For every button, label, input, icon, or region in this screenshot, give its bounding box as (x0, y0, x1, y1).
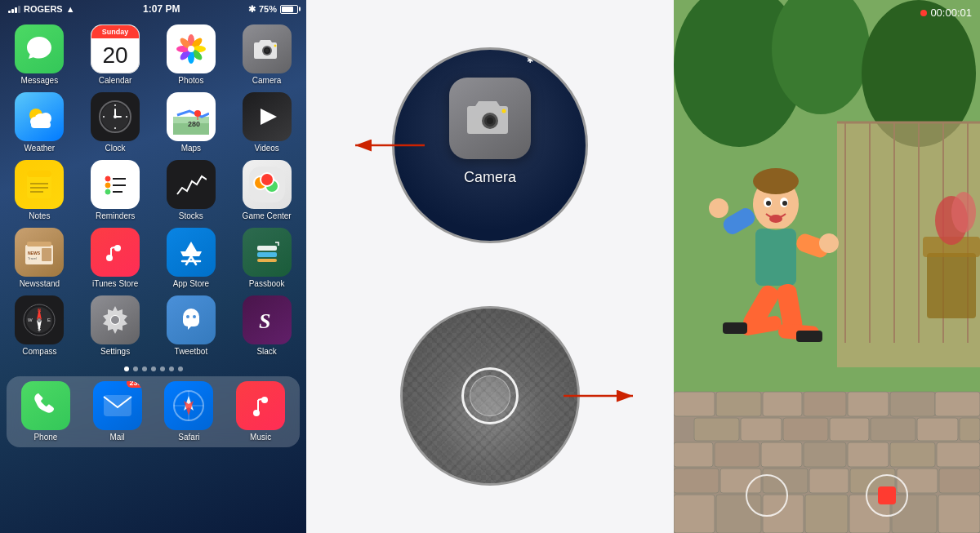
phone-icon[interactable] (21, 381, 70, 430)
gamecenter-icon[interactable] (243, 160, 292, 209)
safari-icon[interactable] (164, 381, 213, 430)
svg-rect-125 (741, 418, 782, 441)
notes-icon[interactable] (15, 160, 64, 209)
svg-marker-80 (188, 325, 193, 330)
reminders-icon[interactable] (91, 160, 140, 209)
newsstand-icon[interactable]: NEWS Travel (15, 228, 64, 277)
svg-point-27 (114, 115, 117, 118)
settings-icon[interactable] (91, 295, 140, 344)
calendar-icon[interactable]: Sunday 20 (91, 24, 140, 73)
svg-text:E: E (47, 318, 51, 322)
svg-text:NEWS: NEWS (28, 251, 41, 255)
svg-text:S: S (259, 309, 270, 333)
zoom-camera-label: Camera (464, 169, 516, 186)
svg-rect-137 (937, 442, 980, 467)
passbook-icon[interactable] (243, 228, 292, 277)
notes-label: Notes (29, 211, 50, 221)
svg-point-12 (265, 49, 269, 53)
app-messages[interactable]: Messages (5, 24, 74, 86)
clock-icon[interactable] (91, 92, 140, 141)
carrier-label: ROGERS (24, 4, 63, 14)
app-gamecenter[interactable]: Game Center (232, 160, 301, 221)
svg-rect-130 (960, 418, 980, 441)
status-bar: ROGERS ▲ 1:07 PM ✱ 75% (0, 0, 306, 18)
slack-icon[interactable]: S (243, 295, 292, 344)
shutter-button[interactable] (461, 367, 519, 424)
svg-text:N: N (38, 308, 41, 313)
dock-mail[interactable]: 233 Mail (83, 381, 152, 442)
mail-label: Mail (109, 433, 124, 442)
videos-icon[interactable] (243, 92, 292, 141)
camera-app-label: Camera (252, 76, 282, 86)
app-calendar[interactable]: Sunday 20 Calendar (81, 24, 150, 86)
app-videos[interactable]: Videos (232, 92, 301, 153)
appstore-icon[interactable] (167, 228, 216, 277)
camera-controls (674, 474, 980, 517)
record-button[interactable] (866, 474, 908, 517)
itunes-icon[interactable] (91, 228, 140, 277)
page-dots (0, 366, 306, 371)
svg-rect-123 (935, 392, 980, 416)
tweetbot-icon[interactable] (167, 295, 216, 344)
tweetbot-label: Tweetbot (175, 347, 208, 357)
compass-icon[interactable]: N S W E (15, 295, 64, 344)
app-notes[interactable]: Notes (5, 160, 74, 221)
camera-view: 00:00:01 (674, 0, 980, 533)
maps-icon[interactable]: 280 (167, 92, 216, 141)
scene-svg (674, 0, 980, 533)
app-compass[interactable]: N S W E Compass (5, 295, 74, 357)
iphone-screen: ROGERS ▲ 1:07 PM ✱ 75% Messages Sunday 2 (0, 0, 306, 533)
camera-switch-button[interactable] (746, 474, 788, 517)
app-clock[interactable]: Clock (81, 92, 150, 153)
svg-rect-164 (755, 229, 796, 286)
music-label: Music (250, 433, 271, 442)
app-weather[interactable]: Weather (5, 92, 74, 153)
app-itunes[interactable]: iTunes Store (81, 228, 150, 289)
svg-point-158 (782, 201, 787, 206)
app-appstore[interactable]: App Store (157, 228, 226, 289)
weather-icon[interactable] (15, 92, 64, 141)
app-slack[interactable]: S Slack (232, 295, 301, 357)
svg-rect-128 (871, 418, 915, 441)
camera-zoom-container: ✱ 75% Camera (323, 47, 657, 243)
dock-music[interactable]: Music (226, 381, 295, 442)
dock-phone[interactable]: Phone (11, 381, 80, 442)
app-maps[interactable]: 280 Maps (157, 92, 226, 153)
settings-label: Settings (100, 347, 130, 357)
app-camera[interactable]: Camera (232, 24, 301, 86)
app-passbook[interactable]: Passbook (232, 228, 301, 289)
messages-icon[interactable] (15, 24, 64, 73)
messages-label: Messages (21, 76, 59, 86)
svg-text:W: W (28, 318, 33, 322)
svg-rect-64 (257, 259, 277, 262)
mail-icon[interactable]: 233 (93, 381, 142, 430)
svg-rect-18 (31, 122, 51, 128)
svg-rect-126 (783, 418, 828, 441)
app-reminders[interactable]: Reminders (81, 160, 150, 221)
stocks-icon[interactable] (167, 160, 216, 209)
page-dot-3 (142, 366, 147, 371)
app-tweetbot[interactable]: Tweetbot (157, 295, 226, 357)
zoom-battery-icon (558, 56, 576, 64)
music-icon[interactable] (236, 381, 285, 430)
svg-rect-82 (104, 395, 131, 416)
svg-rect-36 (27, 171, 51, 177)
svg-point-78 (186, 315, 189, 318)
photos-icon[interactable] (167, 24, 216, 73)
camera-icon[interactable] (243, 24, 292, 73)
svg-rect-132 (715, 442, 760, 467)
svg-rect-63 (257, 252, 277, 257)
signal-bars (8, 5, 20, 13)
page-dot-2 (133, 366, 138, 371)
app-newsstand[interactable]: NEWS Travel Newsstand (5, 228, 74, 289)
dock-safari[interactable]: Safari (155, 381, 224, 442)
page-dot-6 (169, 366, 174, 371)
photos-label: Photos (178, 76, 203, 86)
zoom-status-bar: ✱ 75% (394, 50, 586, 69)
svg-rect-62 (257, 246, 277, 251)
app-photos[interactable]: Photos (157, 24, 226, 86)
svg-rect-119 (763, 392, 802, 416)
record-stop-icon (878, 486, 896, 504)
app-stocks[interactable]: Stocks (157, 160, 226, 221)
app-settings[interactable]: Settings (81, 295, 150, 357)
